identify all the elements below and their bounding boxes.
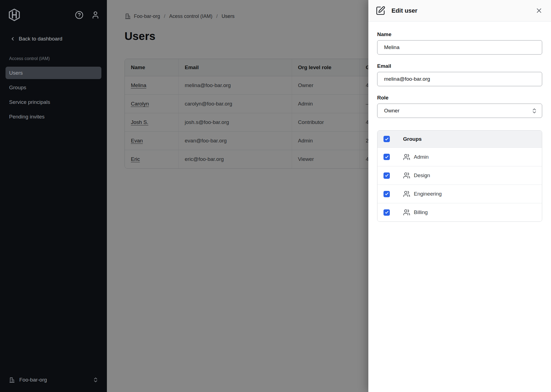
close-icon[interactable]	[535, 7, 543, 14]
user-icon[interactable]	[91, 11, 100, 19]
group-label: Engineering	[414, 191, 442, 197]
name-label: Name	[377, 31, 542, 37]
sidebar-item-groups[interactable]: Groups	[6, 81, 101, 94]
group-checkbox[interactable]	[383, 191, 390, 197]
drawer-title: Edit user	[391, 7, 535, 14]
users-group-icon	[403, 209, 410, 216]
sidebar-item-pending-invites[interactable]: Pending invites	[6, 110, 101, 123]
role-select-value: Owner	[384, 108, 399, 114]
chevrons-up-down-icon	[531, 108, 538, 114]
users-group-icon	[403, 153, 410, 161]
sidebar-section-label: Access control (IAM)	[9, 56, 107, 61]
org-switcher[interactable]: Foo-bar-org	[0, 374, 107, 386]
users-group-icon	[403, 190, 410, 198]
users-group-icon	[403, 172, 410, 179]
org-switcher-label: Foo-bar-org	[19, 377, 93, 383]
role-label: Role	[377, 95, 542, 101]
group-label: Design	[414, 172, 430, 179]
back-to-dashboard-link[interactable]: Back to dashboard	[0, 36, 107, 42]
group-checkbox[interactable]	[383, 172, 390, 179]
group-checkbox[interactable]	[383, 209, 390, 216]
drawer-header: Edit user	[368, 0, 551, 21]
org-building-icon	[9, 377, 15, 383]
groups-header-row: Groups	[377, 131, 542, 148]
email-field[interactable]	[377, 72, 542, 86]
group-row-engineering: Engineering	[377, 185, 542, 203]
help-icon[interactable]	[75, 11, 83, 19]
role-select[interactable]: Owner	[377, 104, 542, 118]
back-label: Back to dashboard	[19, 36, 62, 42]
group-row-design: Design	[377, 166, 542, 185]
email-label: Email	[377, 63, 542, 69]
chevrons-up-down-icon	[93, 377, 99, 383]
drawer-body: Name Email Role Owner Groups	[368, 31, 551, 222]
group-checkbox[interactable]	[383, 154, 390, 160]
group-row-admin: Admin	[377, 148, 542, 166]
app-root: Back to dashboard Access control (IAM) U…	[0, 0, 551, 392]
group-label: Admin	[414, 154, 429, 160]
sidebar: Back to dashboard Access control (IAM) U…	[0, 0, 107, 392]
groups-select-all-checkbox[interactable]	[383, 136, 390, 142]
groups-checklist: Groups Admin Design	[377, 130, 542, 222]
group-label: Billing	[414, 209, 428, 215]
groups-header-label: Groups	[403, 136, 422, 142]
hashicorp-logo	[8, 8, 21, 21]
sidebar-item-users[interactable]: Users	[6, 67, 101, 79]
sidebar-item-service-principals[interactable]: Service principals	[6, 96, 101, 108]
name-field[interactable]	[377, 40, 542, 55]
chevron-left-icon	[10, 36, 15, 42]
edit-user-drawer: Edit user Name Email Role Owner	[368, 0, 551, 392]
edit-icon	[376, 6, 385, 16]
group-row-billing: Billing	[377, 203, 542, 221]
sidebar-nav: UsersGroupsService principalsPending inv…	[6, 67, 101, 123]
